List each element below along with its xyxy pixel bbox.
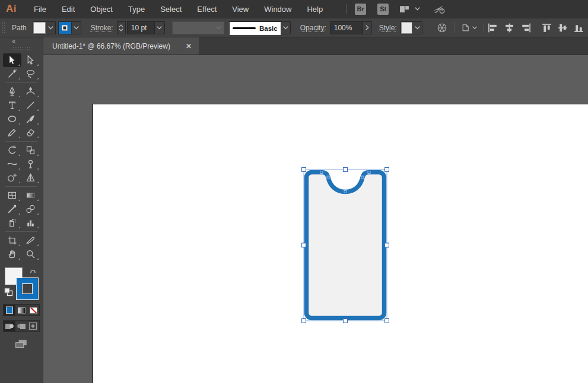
menu-file[interactable]: File: [26, 0, 54, 18]
chevron-down-icon[interactable]: [412, 22, 422, 34]
toolbar-separator: [3, 229, 40, 234]
selection-tool[interactable]: [3, 53, 21, 67]
controlbar-separator: [484, 23, 484, 33]
color-button[interactable]: [4, 305, 15, 315]
gradient-button[interactable]: [15, 305, 27, 315]
width-tool[interactable]: [3, 157, 21, 171]
column-graph-tool[interactable]: [21, 216, 40, 229]
symbol-sprayer-tool[interactable]: [3, 216, 21, 229]
chevron-down-icon[interactable]: [415, 7, 420, 11]
slice-tool[interactable]: [21, 234, 40, 247]
menu-edit[interactable]: Edit: [54, 0, 82, 18]
lasso-tool[interactable]: [21, 67, 40, 81]
vertical-align-top-icon[interactable]: [541, 22, 554, 34]
horizontal-align-center-icon[interactable]: [503, 22, 516, 34]
menu-help[interactable]: Help: [299, 0, 330, 18]
brush-preview[interactable]: Basic: [230, 22, 281, 35]
canvas[interactable]: [43, 55, 588, 383]
stroke-weight-input[interactable]: 10 pt: [127, 21, 154, 34]
default-fill-stroke-icon[interactable]: [4, 288, 13, 299]
stroke-panel-link[interactable]: Stroke:: [91, 24, 113, 32]
brush-name-label: Basic: [259, 25, 278, 32]
fill-swatch[interactable]: [33, 22, 46, 34]
mesh-tool[interactable]: [3, 189, 21, 202]
drawn-shape[interactable]: [307, 173, 384, 318]
menu-object[interactable]: Object: [82, 0, 120, 18]
fill-color-picker[interactable]: [33, 21, 56, 34]
stroke-proxy[interactable]: [16, 277, 39, 300]
zoom-tool[interactable]: [21, 247, 40, 261]
control-bar: Path Stroke: 10 pt Basic Opacity:: [0, 18, 588, 37]
chevron-right-icon[interactable]: [363, 21, 372, 34]
draw-inside-icon[interactable]: [27, 321, 39, 331]
drawing-modes-group: [3, 320, 40, 332]
style-panel-link[interactable]: Style:: [379, 24, 397, 32]
magic-wand-tool[interactable]: [3, 67, 21, 81]
document-tab-bar: Untitled-1* @ 66.67% (RGB/Preview) ✕: [43, 37, 588, 55]
pencil-tool[interactable]: [3, 126, 21, 139]
perspective-grid-tool[interactable]: [21, 171, 40, 184]
chevron-down-icon[interactable]: [71, 22, 81, 34]
close-tab-icon[interactable]: ✕: [186, 42, 192, 50]
blend-tool[interactable]: [21, 202, 40, 216]
stroke-weight-dropdown[interactable]: [154, 21, 165, 34]
document-tab[interactable]: Untitled-1* @ 66.67% (RGB/Preview) ✕: [43, 37, 199, 55]
screen-mode-icon[interactable]: [15, 339, 28, 352]
shape-builder-tool[interactable]: [3, 171, 21, 184]
gradient-tool[interactable]: [21, 189, 40, 202]
horizontal-align-right-icon[interactable]: [519, 22, 532, 34]
menu-select[interactable]: Select: [152, 0, 189, 18]
direct-selection-tool[interactable]: [21, 53, 40, 67]
puppet-warp-tool[interactable]: [21, 157, 40, 171]
rotate-tool[interactable]: [3, 143, 21, 157]
opacity-input[interactable]: 100%: [330, 21, 363, 34]
type-tool[interactable]: [3, 98, 21, 112]
align-buttons-group: [487, 22, 586, 34]
align-to-selection-dropdown[interactable]: [457, 23, 481, 33]
artboard-tool[interactable]: [3, 234, 21, 247]
stock-button[interactable]: St: [377, 4, 389, 15]
chevron-down-icon[interactable]: [46, 22, 55, 34]
tools-panel-grip[interactable]: [12, 46, 30, 51]
style-swatch[interactable]: [401, 22, 412, 34]
chevron-down-icon: [216, 26, 221, 30]
hand-tool[interactable]: [3, 247, 21, 261]
eraser-tool[interactable]: [21, 126, 40, 139]
main-menu: FileEditObjectTypeSelectEffectViewWindow…: [26, 0, 330, 18]
chevron-down-icon[interactable]: [155, 22, 164, 34]
vertical-align-center-icon[interactable]: [557, 22, 570, 34]
pen-tool[interactable]: [3, 85, 21, 98]
gpu-performance-icon[interactable]: [433, 4, 446, 14]
variable-width-profile-dropdown: [172, 21, 224, 34]
brush-definition-dropdown[interactable]: Basic: [229, 21, 291, 34]
opacity-panel-link[interactable]: Opacity:: [300, 24, 326, 32]
bridge-button[interactable]: Br: [355, 4, 366, 15]
recolor-artwork-icon[interactable]: [433, 23, 451, 33]
stroke-weight-stepper[interactable]: [117, 21, 126, 34]
controlbar-grip[interactable]: [1, 21, 6, 34]
vertical-align-bottom-icon[interactable]: [573, 22, 586, 34]
line-segment-tool[interactable]: [21, 98, 40, 112]
chevron-down-icon[interactable]: [281, 22, 290, 34]
collapse-panel-icon[interactable]: «: [0, 37, 43, 46]
stroke-color-picker[interactable]: [58, 21, 81, 34]
stroke-swatch[interactable]: [59, 22, 71, 34]
paintbrush-tool[interactable]: [21, 112, 40, 126]
workspace-switcher-icon[interactable]: [399, 4, 409, 14]
draw-normal-icon[interactable]: [4, 321, 15, 331]
menu-type[interactable]: Type: [120, 0, 152, 18]
curvature-tool[interactable]: [21, 85, 40, 98]
eyedropper-tool[interactable]: [3, 202, 21, 216]
swap-fill-stroke-icon[interactable]: [29, 266, 37, 276]
draw-behind-icon[interactable]: [15, 321, 27, 331]
graphic-style-dropdown[interactable]: [401, 21, 422, 34]
scale-tool[interactable]: [21, 143, 40, 157]
color-type-group: [3, 304, 40, 316]
menu-view[interactable]: View: [224, 0, 256, 18]
menu-window[interactable]: Window: [256, 0, 299, 18]
ellipse-tool[interactable]: [3, 112, 21, 126]
none-button[interactable]: [27, 305, 39, 315]
horizontal-align-left-icon[interactable]: [487, 22, 500, 34]
menu-effect[interactable]: Effect: [189, 0, 224, 18]
chevron-down-icon: [119, 28, 123, 31]
